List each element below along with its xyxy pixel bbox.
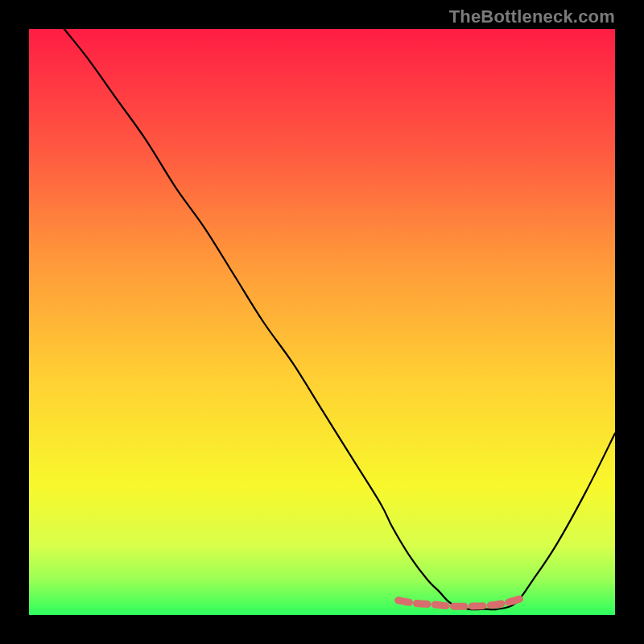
- optimal-band-marker: [398, 599, 522, 607]
- chart-container: TheBottleneck.com: [0, 0, 644, 644]
- bottleneck-curve: [64, 29, 615, 609]
- plot-area: [29, 29, 615, 615]
- curve-layer: [29, 29, 615, 615]
- watermark-text: TheBottleneck.com: [449, 6, 615, 27]
